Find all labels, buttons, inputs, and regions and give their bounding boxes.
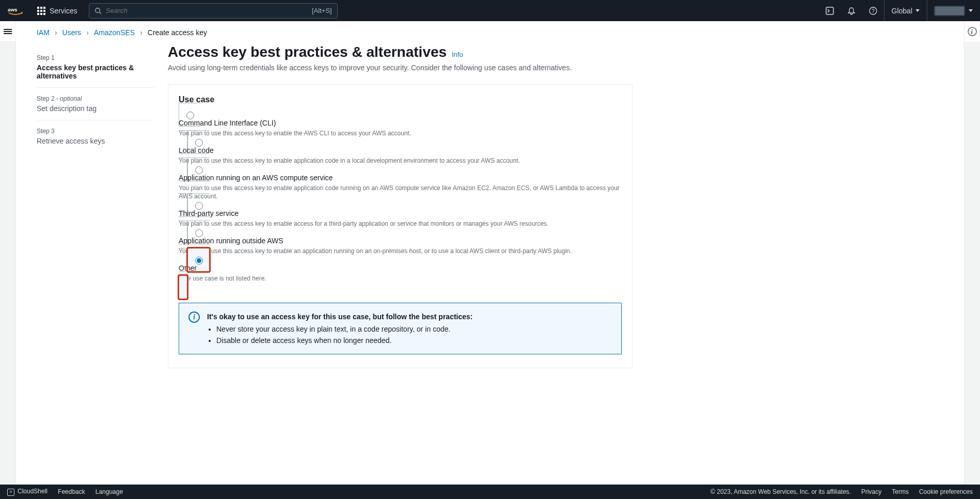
- services-menu[interactable]: Services: [31, 7, 84, 15]
- svg-text:?: ?: [872, 8, 875, 14]
- caret-down-icon: [969, 9, 973, 12]
- account-name-redacted: [935, 6, 965, 15]
- topnav-right: ? Global: [819, 0, 980, 21]
- svg-text:aws: aws: [8, 6, 18, 12]
- notifications-icon[interactable]: [841, 0, 862, 21]
- caret-down-icon: [915, 9, 920, 12]
- help-icon[interactable]: ?: [862, 0, 884, 21]
- svg-line-2: [99, 12, 101, 14]
- search-shortcut: [Alt+S]: [312, 7, 332, 14]
- search-icon: [94, 7, 102, 14]
- top-navigation: aws Services [Alt+S] ? Global: [0, 0, 980, 21]
- region-selector[interactable]: Global: [884, 0, 927, 21]
- account-menu[interactable]: [927, 0, 980, 21]
- svg-point-1: [95, 8, 100, 12]
- cloudshell-icon[interactable]: [819, 0, 841, 21]
- search-box[interactable]: [Alt+S]: [89, 3, 338, 19]
- services-label: Services: [50, 7, 77, 15]
- region-label: Global: [892, 7, 912, 15]
- search-input[interactable]: [106, 7, 312, 14]
- grid-icon: [37, 7, 45, 15]
- aws-logo[interactable]: aws: [0, 6, 31, 15]
